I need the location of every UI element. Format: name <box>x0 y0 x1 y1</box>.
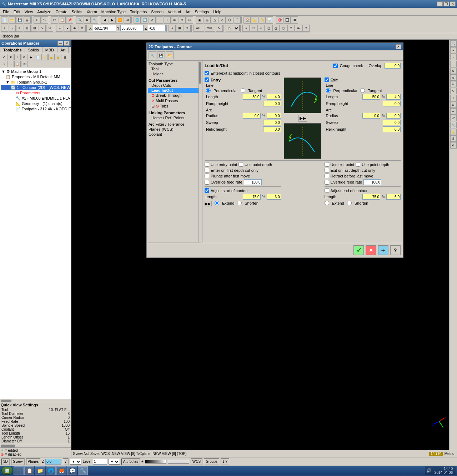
adjust-end-length-input2[interactable] <box>386 194 401 200</box>
ops-regen[interactable]: ⟳ <box>21 54 27 60</box>
entry-tangent-radio[interactable] <box>241 88 245 93</box>
dialog-tb-1[interactable]: 🔧 <box>149 51 156 59</box>
snap7-btn[interactable]: ⊙ <box>287 25 295 32</box>
tb18[interactable]: ⊕ <box>171 16 178 24</box>
dialog-tree-coolant[interactable]: Coolant <box>148 132 201 137</box>
rt-14[interactable]: 📐 <box>450 129 457 135</box>
tb11[interactable]: ⏩ <box>116 16 123 24</box>
tb27[interactable]: 🏠 <box>243 16 251 24</box>
r2-1[interactable]: + <box>1 25 8 32</box>
dialog-tree-home[interactable]: Home / Ref. Points <box>148 115 201 120</box>
tb30[interactable]: 📊 <box>266 16 273 24</box>
rt-9[interactable]: ↕ <box>450 95 457 101</box>
tb9[interactable]: ◀ <box>101 16 108 24</box>
r2-11[interactable]: ⊗ <box>79 25 86 32</box>
rt-8[interactable]: ⤡ <box>450 88 457 94</box>
retract-last-checkbox[interactable] <box>325 174 329 178</box>
dialog-tree-break-through[interactable]: ⊘ Break Through <box>148 93 201 98</box>
only-btn[interactable]: Onl_ <box>205 25 215 32</box>
qv-hscroll[interactable] <box>0 444 71 447</box>
ops-lock[interactable]: 🔒 <box>48 54 55 60</box>
override-feed-entry-input[interactable] <box>244 179 262 185</box>
dialog-close-btn[interactable]: ✕ <box>396 44 401 49</box>
tb13[interactable]: 🌐 <box>134 16 141 24</box>
adjust-end-length-input[interactable] <box>362 194 380 200</box>
use-exit-point-depth-checkbox[interactable] <box>356 162 360 167</box>
tb7[interactable]: ⚙ <box>84 16 91 24</box>
ops-min-btn[interactable]: — <box>57 41 63 46</box>
tab-toolpaths[interactable]: Toolpaths <box>0 47 25 53</box>
enter-first-depth-checkbox[interactable] <box>205 168 209 172</box>
r2-10[interactable]: ⊕ <box>71 25 78 32</box>
entry-checkbox[interactable] <box>205 77 209 82</box>
adjust-start-checkbox[interactable] <box>205 188 209 193</box>
tree-properties[interactable]: 📋 Properties - Mill Default MM <box>1 74 70 80</box>
exit-checkbox[interactable] <box>325 77 329 82</box>
z-input[interactable]: -0.0 <box>148 25 166 31</box>
adjust-start-length-input[interactable] <box>243 194 261 200</box>
ops-post[interactable]: 📄 <box>35 54 41 60</box>
entry-radius-input2[interactable] <box>267 113 281 119</box>
dialog-help-btn[interactable]: ? <box>390 245 401 255</box>
rt-12[interactable]: 🖊 <box>450 115 457 121</box>
units-select[interactable]: In Mm <box>226 25 240 31</box>
minimize-button[interactable]: — <box>437 1 443 6</box>
tb5[interactable]: 📌 <box>66 16 73 24</box>
tb33[interactable]: 🔳 <box>291 16 298 24</box>
menu-xform[interactable]: Xform <box>85 9 99 15</box>
r2-9[interactable]: ⬧ <box>64 25 71 32</box>
dialog-tree-planes[interactable]: Planes (WCS) <box>148 127 201 132</box>
r2-4[interactable]: ⊞ <box>24 25 31 32</box>
snap-btn[interactable]: ⌖ <box>242 25 250 32</box>
tb22[interactable]: ◎ <box>204 16 211 24</box>
taskbar-app-mastercam[interactable]: 🔧 <box>78 466 88 475</box>
menu-file[interactable]: File <box>1 9 11 15</box>
planes-item[interactable]: Planes <box>26 459 41 465</box>
entry-perpendicular-radio[interactable] <box>206 88 211 93</box>
enter-exit-midpoint-checkbox[interactable] <box>205 71 209 75</box>
dialog-tree-toolpath-type[interactable]: Toolpath Type <box>148 61 201 66</box>
exit-sweep-input[interactable] <box>383 120 401 125</box>
tree-vscroll[interactable] <box>199 61 201 242</box>
rt-3[interactable]: - <box>450 54 457 60</box>
color-swatch[interactable] <box>145 460 166 464</box>
all-btn[interactable]: All... <box>194 25 204 32</box>
ops-copy[interactable]: 📋 <box>14 61 21 67</box>
tb4[interactable]: 📋 <box>59 16 66 24</box>
tree-machine-group[interactable]: ▼ ⚙ Machine Group-1 <box>1 69 70 74</box>
tab-art[interactable]: Art <box>57 47 69 53</box>
level-dropdown[interactable]: ▼ <box>70 459 81 465</box>
tree-tool[interactable]: 🔧 #1 - M8.00 ENDMILL 1 FLAT... <box>1 96 70 101</box>
dialog-tree-tabs[interactable]: ⊞ ⊘ Tabs <box>148 104 201 109</box>
tb10[interactable]: ▶ <box>109 16 116 24</box>
taskbar-app-5[interactable]: 🦊 <box>56 466 66 475</box>
ops-info[interactable]: ℹ <box>1 61 7 67</box>
ops-header-controls[interactable]: — ✕ <box>57 41 70 46</box>
ops-deselect-all[interactable]: ✗ <box>7 54 14 60</box>
undo-btn[interactable]: ↩ <box>34 16 41 24</box>
override-feed-exit-input[interactable] <box>363 179 381 185</box>
ops-unlock[interactable]: 🔓 <box>55 54 61 60</box>
rt-7[interactable]: ↖ <box>450 81 457 87</box>
exit-radius-input2[interactable] <box>386 113 401 119</box>
ptr-btn[interactable]: ↖ <box>216 25 223 32</box>
more-item[interactable]: 1 ? <box>221 459 229 465</box>
tab-mbd[interactable]: MBD <box>42 47 57 53</box>
tree-hscroll[interactable] <box>148 242 201 243</box>
r2-12[interactable]: ⌖ <box>169 25 176 32</box>
ops-toggle[interactable]: ↕ <box>14 54 21 60</box>
save-btn[interactable]: 💾 <box>16 16 23 24</box>
r2-2[interactable]: - <box>9 25 16 32</box>
tb32[interactable]: 🔲 <box>283 16 291 24</box>
overlap-input[interactable] <box>385 63 401 69</box>
entry-copy-btn[interactable]: ▶▶ <box>205 201 212 206</box>
entry-ramp-input[interactable] <box>263 101 281 106</box>
tree-geometry[interactable]: 📐 Geometry - (1) chain(s) <box>1 101 70 106</box>
menu-edit[interactable]: Edit <box>11 9 22 15</box>
help-tb-btn[interactable]: ? <box>302 25 310 32</box>
adjust-start-length-input2[interactable] <box>267 194 281 200</box>
dialog-tree-lead-inout[interactable]: Lead In/Out <box>148 88 201 93</box>
tb26[interactable]: ⌒ <box>233 16 241 24</box>
exit-length-input[interactable] <box>362 94 380 100</box>
exit-ramp-input[interactable] <box>383 101 401 106</box>
